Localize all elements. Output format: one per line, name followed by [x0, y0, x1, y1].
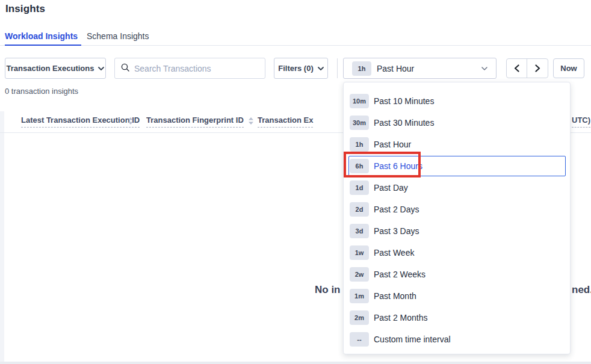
chevron-down-icon [98, 67, 104, 70]
time-interval-option[interactable]: 2w Past 2 Weeks [344, 264, 570, 285]
insights-count: 0 transaction insights [5, 87, 78, 96]
search-box[interactable] [114, 58, 265, 79]
time-interval-menu: 10m Past 10 Minutes 30m Past 30 Minutes … [343, 82, 571, 354]
time-interval-option[interactable]: 1d Past Day [344, 177, 570, 199]
time-interval-option[interactable]: 1h Past Hour [344, 134, 570, 155]
interval-badge: 6h [350, 159, 369, 173]
chevron-left-icon [514, 64, 519, 72]
interval-badge: 10m [350, 94, 369, 108]
interval-option-label: Past Day [374, 183, 408, 193]
page-bottom-strip [0, 362, 591, 364]
time-interval-option[interactable]: 1w Past Week [344, 242, 570, 264]
search-input[interactable] [134, 64, 259, 73]
time-interval-option[interactable]: 3d Past 3 Days [344, 220, 570, 242]
interval-badge: 30m [350, 116, 369, 130]
interval-badge: 1h [350, 137, 369, 152]
chevron-right-icon [535, 64, 540, 72]
toolbar-divider [337, 58, 338, 78]
interval-option-label: Past 6 Hours [374, 161, 422, 171]
time-interval-label: Past Hour [377, 64, 481, 73]
filters-label: Filters (0) [278, 64, 314, 73]
column-header-txn-fingerprint-id[interactable]: Transaction Fingerprint ID [146, 116, 244, 128]
time-interval-option[interactable]: 30m Past 30 Minutes [344, 112, 570, 134]
sort-icon[interactable] [128, 116, 133, 127]
search-icon [121, 63, 129, 74]
table-left-scroll-hint [0, 111, 4, 362]
workload-type-label: Transaction Executions [7, 64, 94, 73]
time-interval-picker[interactable]: 1h Past Hour [343, 58, 497, 79]
now-button[interactable]: Now [553, 58, 584, 78]
interval-option-label: Past 10 Minutes [374, 96, 434, 106]
interval-badge: 2d [350, 202, 369, 217]
page-title: Insights [5, 3, 45, 15]
interval-badge: 3d [350, 224, 369, 238]
interval-badge: 2w [350, 267, 369, 282]
column-header-latest-txn-exec-id[interactable]: Latest Transaction Execution ID [21, 116, 140, 128]
time-interval-option[interactable]: 1m Past Month [344, 285, 570, 307]
time-interval-option[interactable]: 2d Past 2 Days [344, 199, 570, 220]
interval-option-label: Past 2 Weeks [374, 270, 425, 279]
interval-badge: -- [350, 332, 369, 347]
now-label: Now [560, 64, 577, 73]
column-header-transaction-ex[interactable]: Transaction Ex [258, 116, 313, 128]
prev-interval-button[interactable] [507, 59, 527, 78]
chevron-down-icon [318, 67, 324, 70]
empty-state-text-right: ned. [572, 284, 591, 296]
tab-workload-insights[interactable]: Workload Insights [5, 26, 78, 45]
insights-page: Insights Workload Insights Schema Insigh… [0, 0, 591, 364]
sort-icon[interactable] [249, 116, 253, 127]
chevron-down-icon [481, 67, 487, 70]
time-interval-option[interactable]: 6h Past 6 Hours [348, 156, 566, 176]
tab-schema-insights[interactable]: Schema Insights [87, 26, 149, 45]
time-nav-group [506, 58, 548, 78]
column-header-utc[interactable]: UTC) [572, 116, 590, 128]
empty-state-text-left: No in [315, 284, 341, 296]
time-interval-badge: 1h [352, 61, 371, 76]
interval-option-label: Past Hour [374, 140, 411, 149]
interval-option-label: Custom time interval [374, 335, 451, 344]
filters-button[interactable]: Filters (0) [274, 58, 328, 79]
interval-option-label: Past 2 Days [374, 205, 419, 214]
workload-type-select[interactable]: Transaction Executions [5, 58, 106, 79]
next-interval-button[interactable] [527, 59, 548, 78]
time-interval-option[interactable]: 2m Past 2 Months [344, 307, 570, 329]
interval-badge: 1w [350, 245, 369, 260]
tab-bar: Workload Insights Schema Insights [0, 26, 591, 46]
interval-badge: 2m [350, 310, 369, 325]
interval-option-label: Past 30 Minutes [374, 118, 434, 128]
interval-option-label: Past 3 Days [374, 226, 419, 236]
interval-option-label: Past Month [374, 291, 416, 301]
interval-option-label: Past Week [374, 248, 414, 258]
interval-badge: 1d [350, 180, 369, 195]
interval-option-label: Past 2 Months [374, 313, 428, 322]
time-interval-option[interactable]: -- Custom time interval [344, 329, 570, 350]
time-interval-option[interactable]: 10m Past 10 Minutes [344, 90, 570, 112]
interval-badge: 1m [350, 289, 369, 303]
